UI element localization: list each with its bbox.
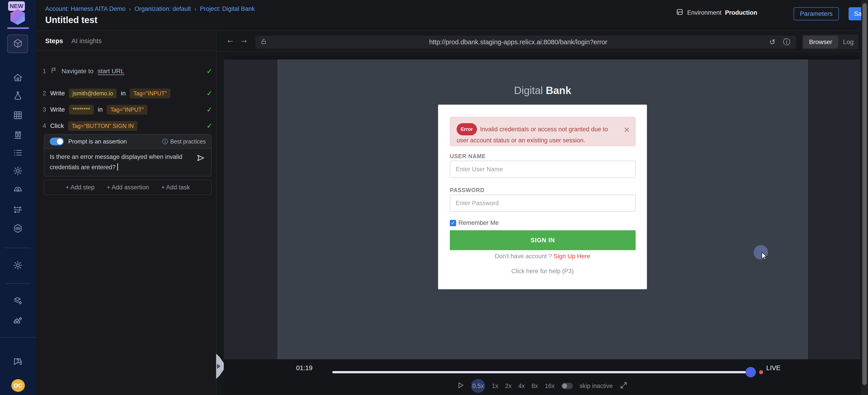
step-target-chip[interactable]: Tag="INPUT" <box>107 105 147 114</box>
environment-group: Environment Production <box>676 8 757 18</box>
username-input[interactable] <box>450 161 636 178</box>
speed-option[interactable]: 2x <box>505 383 512 390</box>
step-value-chip[interactable]: ******** <box>69 105 94 114</box>
layers-gear-icon <box>13 296 23 307</box>
step-target-chip[interactable]: Tag="INPUT" <box>130 89 170 98</box>
step-row-2[interactable]: 2 Write jsmith@demo.io in Tag="INPUT" ✓ <box>40 87 213 100</box>
step-number: 3 <box>40 106 46 113</box>
bank-title-light: Digital <box>514 85 546 96</box>
step-row-4[interactable]: 4 Click Tag="BUTTON" SIGN IN ✓ <box>40 120 213 132</box>
prompt-input[interactable]: Is there an error message displayed when… <box>50 152 190 172</box>
live-browser-viewport: Digital Bank ErrorInvalid credentials or… <box>224 55 860 394</box>
chevron-right-icon <box>217 364 221 369</box>
tab-log[interactable]: Log <box>838 38 859 46</box>
breadcrumb-project[interactable]: Project: Digital Bank <box>200 5 255 12</box>
skip-inactive-label: skip inactive <box>580 383 613 390</box>
step-value-chip[interactable]: jsmith@demo.io <box>69 89 117 98</box>
info-icon[interactable]: ⓘ <box>783 37 790 47</box>
step-action: Write <box>50 90 65 97</box>
alert-close-icon[interactable]: ✕ <box>624 125 630 135</box>
app-logo[interactable] <box>10 9 25 25</box>
view-switcher: Browser Log <box>802 35 859 50</box>
home-icon <box>13 72 23 84</box>
prompt-header: Prompt is an assertion ⓘ Best practices <box>44 134 211 149</box>
sidebar-item-pipelines[interactable] <box>8 202 28 218</box>
sidebar-item-layers[interactable] <box>8 293 28 309</box>
sidebar-item-home[interactable] <box>8 70 28 86</box>
list-icon <box>13 147 23 159</box>
signup-pre-text: Don't have account ? <box>495 253 554 260</box>
tab-ai-insights[interactable]: AI insights <box>71 37 102 45</box>
assertion-toggle[interactable] <box>50 138 64 145</box>
speed-option[interactable]: 8x <box>532 383 538 390</box>
step-number: 2 <box>40 90 46 97</box>
play-icon[interactable] <box>457 382 464 391</box>
breadcrumb-org[interactable]: Organization: default <box>134 5 191 12</box>
breadcrumb: Account: Harness AITA Demo › Organizatio… <box>45 5 255 12</box>
sidebar-item-settings-top[interactable] <box>8 163 28 179</box>
speed-option[interactable]: 1x <box>492 383 498 390</box>
scrollbar-thumb[interactable] <box>862 3 867 385</box>
hierarchy-gear-icon <box>13 315 23 327</box>
forward-icon[interactable]: → <box>240 35 248 45</box>
bank-logo-text: Digital Bank <box>278 84 807 97</box>
step-row-1[interactable]: 1 Navigate to start URL ✓ <box>40 65 213 77</box>
remember-me-label: Remember Me <box>458 220 499 226</box>
step-text: Navigate to <box>61 68 94 75</box>
sidebar-item-experiments[interactable] <box>8 88 28 104</box>
text-cursor <box>117 163 118 171</box>
tab-steps[interactable]: Steps <box>45 37 63 45</box>
send-icon[interactable] <box>196 154 205 163</box>
breadcrumb-account[interactable]: Account: Harness AITA Demo <box>45 5 125 12</box>
sidebar-item-cicd[interactable] <box>8 221 28 237</box>
incognito-icon <box>13 185 23 196</box>
skip-inactive-toggle[interactable] <box>561 383 573 389</box>
steps-panel: Steps AI insights 1 Navigate to start UR… <box>36 31 217 395</box>
expand-icon[interactable] <box>620 381 628 391</box>
tab-browser[interactable]: Browser <box>803 36 838 48</box>
speed-option-active[interactable]: 0.5x <box>471 379 485 393</box>
parameters-button[interactable]: Parameters <box>794 7 839 20</box>
step-target-chip[interactable]: Tag="BUTTON" SIGN IN <box>68 121 137 131</box>
refresh-icon[interactable]: ↺ <box>769 38 775 46</box>
environment-value[interactable]: Production <box>725 9 757 16</box>
sidebar-item-tests[interactable] <box>8 36 28 52</box>
user-avatar[interactable]: DC <box>11 379 25 392</box>
playback-controls: 0.5x 1x 2x 4x 8x 16x skip inactive <box>457 379 628 393</box>
panel-collapse-handle[interactable] <box>216 354 224 379</box>
sidebar: NEW <box>0 0 36 395</box>
checkbox-checked-icon[interactable]: ✓ <box>450 220 456 226</box>
add-task-button[interactable]: + Add task <box>161 184 190 191</box>
password-input[interactable] <box>450 195 636 212</box>
sign-up-link[interactable]: Sign Up Here <box>554 253 590 260</box>
assertion-toggle-label: Prompt is an assertion <box>68 138 127 145</box>
sidebar-item-grid[interactable] <box>8 107 28 124</box>
step-row-3[interactable]: 3 Write ******** in Tag="INPUT" ✓ <box>40 103 213 116</box>
add-step-button[interactable]: + Add step <box>66 184 94 191</box>
new-badge: NEW <box>8 1 25 11</box>
app-window: NEW <box>0 0 868 395</box>
remember-me[interactable]: ✓ Remember Me <box>450 220 499 226</box>
sign-in-button[interactable]: SIGN IN <box>450 230 636 250</box>
step-number: 1 <box>40 68 46 75</box>
back-icon[interactable]: ← <box>226 35 235 45</box>
url-bar[interactable]: http://prod.dbank.staging-apps.relicx.ai… <box>255 35 796 48</box>
sidebar-item-session-replay[interactable] <box>8 183 28 199</box>
add-assertion-button[interactable]: + Add assertion <box>107 184 149 191</box>
prompt-assertion-box: Prompt is an assertion ⓘ Best practices … <box>44 134 212 176</box>
best-practices-link[interactable]: ⓘ Best practices <box>162 138 206 145</box>
sidebar-item-list[interactable] <box>8 145 28 161</box>
live-label: LIVE <box>766 364 780 372</box>
speed-option[interactable]: 16x <box>545 383 555 390</box>
panel-tabs: Steps AI insights <box>36 31 216 51</box>
sidebar-item-columns[interactable] <box>8 127 28 144</box>
sidebar-item-help[interactable] <box>8 354 28 371</box>
sidebar-item-org[interactable] <box>8 313 28 329</box>
playback-track[interactable] <box>332 371 751 373</box>
help-link[interactable]: Click here for help (P3) <box>438 268 647 275</box>
sidebar-item-settings[interactable] <box>8 258 28 274</box>
speed-option[interactable]: 4x <box>518 383 525 390</box>
playback-knob[interactable] <box>745 367 756 377</box>
check-icon: ✓ <box>206 89 213 98</box>
start-url-link[interactable]: start URL <box>98 68 124 75</box>
